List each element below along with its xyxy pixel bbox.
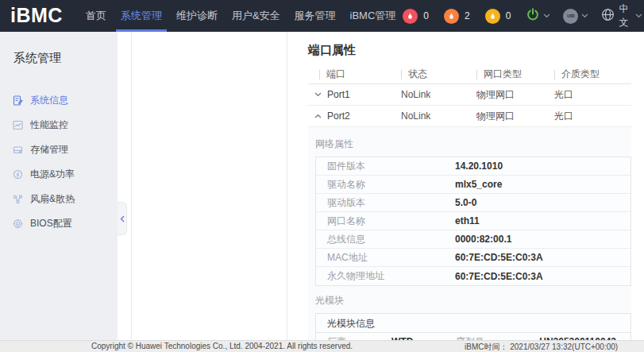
- port2-expanded-detail: 网络属性 固件版本 14.20.1010 驱动名称 mlx5_core 驱动版本…: [308, 127, 631, 340]
- power-icon: [13, 169, 23, 180]
- attr-label: 总线信息: [316, 233, 455, 246]
- table-row: 固件版本 14.20.1010: [316, 157, 631, 176]
- port-media-type: 光口: [554, 88, 631, 102]
- major-flame-icon: [444, 9, 459, 24]
- col-header-port: 端口: [326, 68, 345, 81]
- minor-alarm-badge[interactable]: 0: [485, 9, 511, 24]
- expand-chevron-down-icon[interactable]: [308, 92, 327, 97]
- uid-icon: UID: [563, 9, 578, 24]
- major-alarm-count: 2: [465, 10, 470, 21]
- minor-flame-icon: [485, 9, 500, 24]
- language-selector[interactable]: 中文: [601, 2, 642, 29]
- section-title: 端口属性: [308, 43, 631, 58]
- network-attrs-table: 固件版本 14.20.1010 驱动名称 mlx5_core 驱动版本 5.0-…: [315, 157, 631, 286]
- copyright-text: Copyright © Huawei Technologies Co., Ltd…: [91, 342, 353, 350]
- power-control-dropdown[interactable]: [526, 7, 550, 25]
- main-area: 端口属性 端口 状态 网口类型 介质类型 Port1 NoLink 物理网口 光…: [118, 32, 644, 340]
- port-table-header: 端口 状态 网口类型 介质类型: [308, 65, 631, 84]
- sidebar-item-label: 风扇&散热: [30, 192, 75, 206]
- sidebar-item-performance-monitor[interactable]: 性能监控: [0, 113, 118, 137]
- chevron-down-icon: [581, 14, 588, 18]
- attr-value: 5.0-0: [455, 197, 476, 208]
- nav-item-system-management[interactable]: 系统管理: [114, 0, 169, 32]
- ibmc-time-value: 2021/03/27 13:32(UTC+00:00): [510, 342, 618, 351]
- nav-item-user-security[interactable]: 用户&安全: [225, 0, 287, 32]
- sidebar-item-fan-cooling[interactable]: 风扇&散热: [0, 187, 118, 211]
- attr-value: 14.20.1010: [455, 161, 503, 172]
- sidebar-item-storage-management[interactable]: 存储管理: [0, 137, 118, 162]
- nav-item-service-management[interactable]: 服务管理: [287, 0, 343, 32]
- table-row: MAC地址 60:7E:CD:5E:C0:3A: [316, 249, 631, 267]
- power-icon: [526, 7, 540, 25]
- attr-label: 驱动名称: [316, 178, 455, 191]
- attr-value: mlx5_core: [455, 179, 502, 190]
- network-attrs-title: 网络属性: [315, 137, 631, 151]
- col-header-status: 状态: [408, 68, 427, 81]
- sidebar-item-bios-config[interactable]: BIOS配置: [0, 211, 118, 236]
- table-row: 驱动名称 mlx5_core: [316, 176, 631, 194]
- table-row: 永久物理地址 60:7E:CD:5E:C0:3A: [316, 267, 631, 285]
- header-divider: [319, 70, 320, 79]
- ibmc-time-label: iBMC时间：: [465, 342, 507, 351]
- header-divider: [476, 70, 477, 79]
- nav-item-home[interactable]: 首页: [79, 0, 114, 32]
- main-nav: 首页 系统管理 维护诊断 用户&安全 服务管理 iBMC管理: [79, 0, 403, 32]
- table-row: 总线信息 0000:82:00.1: [316, 230, 631, 249]
- collapse-chevron-up-icon[interactable]: [308, 114, 327, 118]
- attr-value: 60:7E:CD:5E:C0:3A: [455, 271, 543, 282]
- critical-alarm-badge[interactable]: 0: [403, 9, 429, 24]
- chevron-down-icon: [635, 14, 642, 18]
- storage-icon: [13, 145, 23, 155]
- ibmc-time: iBMC时间： 2021/03/27 13:32(UTC+00:00): [465, 342, 618, 352]
- navbar-right-controls: 0 2 0 UID: [403, 2, 644, 29]
- port-nic-type: 物理网口: [476, 110, 554, 123]
- sidebar-item-label: 性能监控: [30, 118, 68, 132]
- optical-table-header: 光模块信息: [316, 314, 631, 333]
- sidebar-item-label: 电源&功率: [30, 168, 75, 181]
- secondary-panel: [131, 32, 287, 340]
- optical-module-table: 光模块信息 厂商 WTD 序列号 HN205200110043: [315, 313, 631, 340]
- chevron-down-icon: [543, 14, 550, 18]
- sidebar-title: 系统管理: [13, 51, 118, 66]
- attr-label: 固件版本: [316, 160, 455, 173]
- table-row: 厂商 WTD 序列号 HN205200110043: [316, 333, 631, 340]
- uid-indicator-dropdown[interactable]: UID: [563, 9, 588, 24]
- header-divider: [401, 70, 402, 79]
- page-body: 系统管理 系统信息 性能监控 存储管理: [0, 32, 644, 340]
- port-name: Port1: [327, 89, 401, 100]
- chevron-left-icon: [120, 215, 125, 222]
- optical-module-title: 光模块: [315, 294, 631, 308]
- sidebar-item-label: 存储管理: [30, 143, 68, 157]
- table-row-port1[interactable]: Port1 NoLink 物理网口 光口: [308, 84, 631, 106]
- document-icon: [13, 95, 23, 106]
- attr-value: eth11: [455, 215, 480, 226]
- ibmc-logo: iBMC: [10, 4, 63, 27]
- port-nic-type: 物理网口: [476, 88, 554, 102]
- port-properties-section: 端口属性 端口 状态 网口类型 介质类型 Port1 NoLink 物理网口 光…: [287, 32, 644, 340]
- attr-label: 网口名称: [316, 215, 455, 228]
- port-media-type: 光口: [554, 110, 631, 123]
- table-row: 网口名称 eth11: [316, 212, 631, 230]
- sidebar-item-power[interactable]: 电源&功率: [0, 162, 118, 187]
- attr-label: 永久物理地址: [316, 269, 455, 283]
- nav-item-maintenance-diagnosis[interactable]: 维护诊断: [169, 0, 225, 32]
- sidebar-collapse-handle[interactable]: [118, 202, 127, 235]
- chart-icon: [13, 120, 23, 130]
- minor-alarm-count: 0: [506, 10, 511, 21]
- sidebar-item-label: BIOS配置: [30, 217, 72, 230]
- globe-icon: [601, 8, 615, 25]
- nav-item-ibmc-management[interactable]: iBMC管理: [343, 0, 403, 32]
- fan-icon: [13, 194, 23, 204]
- language-label: 中文: [619, 2, 632, 29]
- critical-alarm-count: 0: [423, 10, 429, 21]
- attr-value: 60:7E:CD:5E:C0:3A: [455, 252, 543, 263]
- port-status: NoLink: [401, 110, 476, 122]
- major-alarm-badge[interactable]: 2: [444, 9, 470, 24]
- sidebar-item-system-info[interactable]: 系统信息: [0, 88, 118, 113]
- sidebar: 系统管理 系统信息 性能监控 存储管理: [0, 32, 118, 340]
- top-navbar: iBMC 首页 系统管理 维护诊断 用户&安全 服务管理 iBMC管理 0 2 …: [0, 0, 644, 32]
- col-header-nic-type: 网口类型: [484, 68, 522, 81]
- page-footer: Copyright © Huawei Technologies Co., Ltd…: [0, 340, 644, 352]
- attr-label: MAC地址: [316, 251, 455, 265]
- table-row-port2[interactable]: Port2 NoLink 物理网口 光口: [308, 106, 631, 127]
